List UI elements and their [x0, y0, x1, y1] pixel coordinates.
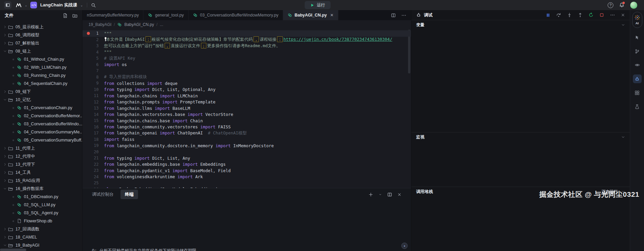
- chevron-right-icon[interactable]: [3, 227, 7, 231]
- chevron-right-icon[interactable]: [3, 146, 7, 150]
- tree-item[interactable]: 01_ConversationChain.py: [0, 104, 82, 112]
- tree-item[interactable]: 10_记忆: [0, 96, 82, 104]
- avatar[interactable]: [630, 2, 637, 9]
- breadcrumb-file[interactable]: BabyAGI_CN.py: [124, 22, 154, 27]
- tree-item[interactable]: 07_解析输出: [0, 39, 82, 47]
- search-icon[interactable]: [91, 3, 96, 8]
- project-title[interactable]: LangChain 实战课: [40, 2, 77, 8]
- app-logo-icon[interactable]: [16, 2, 22, 8]
- debug-step-into-icon[interactable]: [567, 12, 572, 18]
- terminal-dropdown-icon[interactable]: [378, 193, 382, 196]
- tree-item[interactable]: 04_SequentialChain.py: [0, 80, 82, 88]
- line-number[interactable]: 21: [82, 156, 104, 160]
- run-button[interactable]: 运行: [305, 1, 331, 9]
- line-number[interactable]: 8: [82, 75, 104, 80]
- tree-item[interactable]: 05_提示模板上: [0, 23, 82, 31]
- line-number[interactable]: 17: [82, 131, 104, 135]
- line-number[interactable]: 1: [82, 31, 104, 36]
- debug-close-icon[interactable]: [621, 13, 625, 17]
- line-number[interactable]: 12: [82, 100, 104, 104]
- tree-item[interactable]: 12_代理中: [0, 152, 82, 160]
- breadcrumb-more[interactable]: ...: [160, 22, 163, 27]
- panel-tab-terminal[interactable]: 终端: [121, 190, 138, 199]
- chevron-right-icon[interactable]: [3, 154, 7, 158]
- debug-restart-icon[interactable]: [588, 12, 594, 18]
- line-number[interactable]: 6: [82, 62, 104, 67]
- split-panel-icon[interactable]: [387, 192, 392, 197]
- debug-step-out-icon[interactable]: [578, 12, 583, 18]
- tree-item[interactable]: 03_SQL_Agent.py: [0, 209, 82, 217]
- split-editor-icon[interactable]: [391, 13, 396, 18]
- line-number[interactable]: 5: [82, 56, 104, 61]
- chevron-down-icon[interactable]: [3, 49, 7, 53]
- chevron-right-icon[interactable]: [3, 33, 7, 37]
- new-file-icon[interactable]: [63, 13, 68, 18]
- more-actions-icon[interactable]: [401, 13, 406, 18]
- tree-item[interactable]: 03_ConversationBufferWindo...: [0, 120, 82, 128]
- chevron-right-icon[interactable]: [3, 179, 7, 183]
- line-number[interactable]: 22: [82, 162, 104, 167]
- grid-icon[interactable]: [633, 88, 642, 97]
- line-number[interactable]: 10: [82, 87, 104, 92]
- help-icon[interactable]: ?: [608, 2, 613, 8]
- section-header[interactable]: 监视: [411, 132, 630, 142]
- notifications-bell-icon[interactable]: [619, 2, 624, 8]
- tree-item[interactable]: 09_链下: [0, 88, 82, 96]
- tree-item[interactable]: 17_回调函数: [0, 225, 82, 233]
- debug-step-over-icon[interactable]: [556, 12, 561, 18]
- line-number[interactable]: 2: [82, 37, 104, 42]
- tree-item[interactable]: 04_ConversationSummaryMe...: [0, 128, 82, 136]
- line-number[interactable]: 26: [82, 187, 104, 188]
- line-number[interactable]: 7: [82, 68, 104, 73]
- terminal-output[interactable]: Q: 分析不同种类鲜花在当前气候条件下的预计储存期限 ✦: [82, 200, 411, 251]
- editor-tab[interactable]: general_tool.py: [143, 10, 188, 20]
- line-number[interactable]: 13: [82, 106, 104, 111]
- tree-item[interactable]: 01_DBCreation.py: [0, 193, 82, 201]
- chevron-down-icon[interactable]: [621, 135, 625, 139]
- chevron-down-icon[interactable]: [3, 98, 7, 102]
- pointer-icon[interactable]: [633, 33, 642, 42]
- line-number[interactable]: 24: [82, 175, 104, 179]
- line-number[interactable]: 19: [82, 143, 104, 148]
- tree-item[interactable]: 02_With_LLMChain.py: [0, 63, 82, 71]
- line-number[interactable]: 14: [82, 112, 104, 117]
- section-header[interactable]: 变量: [411, 20, 630, 30]
- tree-item[interactable]: 16_操作数据库: [0, 185, 82, 193]
- project-chevron-icon[interactable]: ⌄: [80, 3, 83, 7]
- layout-toggle-icon[interactable]: [4, 1, 11, 9]
- chevron-down-icon[interactable]: [3, 187, 7, 191]
- branch-icon[interactable]: [633, 47, 642, 56]
- new-folder-icon[interactable]: [72, 13, 77, 18]
- breadcrumb-folder[interactable]: 19_BabyAGI: [89, 22, 111, 27]
- tree-item[interactable]: 19_BabyAGI: [0, 241, 82, 249]
- line-number[interactable]: 9: [82, 81, 104, 86]
- chevron-down-icon[interactable]: ⌄: [25, 3, 27, 7]
- horizontal-scrollbar[interactable]: [0, 249, 26, 251]
- chevron-right-icon[interactable]: [3, 41, 7, 45]
- tree-item[interactable]: 11_代理上: [0, 144, 82, 152]
- chevron-right-icon[interactable]: [3, 25, 7, 29]
- line-number[interactable]: 23: [82, 168, 104, 173]
- tree-item[interactable]: 06_调用模型: [0, 31, 82, 39]
- chevron-right-icon[interactable]: [3, 170, 7, 175]
- chevron-right-icon[interactable]: [3, 235, 7, 239]
- tree-item[interactable]: 08_链上: [0, 47, 82, 55]
- new-terminal-icon[interactable]: [368, 192, 373, 197]
- ai-assist-icon[interactable]: ✦: [401, 243, 408, 249]
- tree-item[interactable]: 02_SQL_LLM.py: [0, 201, 82, 209]
- tree-item[interactable]: 02_ConversationBufferMemor...: [0, 112, 82, 120]
- editor-tab[interactable]: BabyAGI_CN.py✕: [283, 10, 338, 20]
- eye-icon[interactable]: [633, 61, 642, 69]
- close-panel-icon[interactable]: [397, 192, 402, 197]
- chevron-right-icon[interactable]: [3, 162, 7, 166]
- debug-stop-icon[interactable]: [599, 12, 604, 18]
- breakpoint-dot[interactable]: [87, 32, 90, 35]
- line-number[interactable]: 20: [82, 150, 104, 154]
- bug-icon[interactable]: [633, 74, 642, 83]
- line-number[interactable]: 15: [82, 118, 104, 123]
- flask-icon[interactable]: [633, 102, 642, 111]
- chevron-down-icon[interactable]: [3, 243, 7, 247]
- debug-pause-icon[interactable]: [546, 13, 550, 18]
- editor-tab[interactable]: 03_ConversationBufferWindowMemory.py: [189, 10, 283, 20]
- tree-item[interactable]: 05_ConversationSummaryBuff...: [0, 136, 82, 144]
